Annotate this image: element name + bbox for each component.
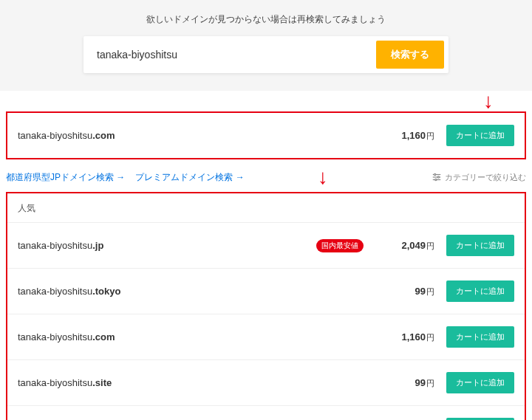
result-domain: tanaka-biyoshitsu.jp xyxy=(18,240,316,251)
prefecture-jp-search-link[interactable]: 都道府県型JPドメイン検索 → xyxy=(6,171,125,184)
filter-by-category[interactable]: カテゴリーで絞り込む xyxy=(432,172,526,183)
links-row: 都道府県型JPドメイン検索 → プレミアムドメイン検索 → ↓ カテゴリーで絞り… xyxy=(6,167,526,187)
result-domain: tanaka-biyoshitsu.site xyxy=(18,377,375,388)
result-price: 2,049円 xyxy=(375,240,434,252)
premium-domain-search-link[interactable]: プレミアムドメイン検索 → xyxy=(135,171,244,184)
result-price: 99円 xyxy=(375,286,434,297)
results-list: tanaka-biyoshitsu.jp国内最安値2,049円カートに追加tan… xyxy=(7,223,525,420)
arrow-annotation-top: ↓ xyxy=(0,91,532,111)
result-row: tanaka-biyoshitsu.site99円カートに追加 xyxy=(7,360,525,406)
svg-point-1 xyxy=(434,173,436,175)
featured-result-box: tanaka-biyoshitsu.com 1,160円 カートに追加 xyxy=(6,111,526,159)
arrow-down-icon: ↓ xyxy=(483,89,494,112)
featured-domain: tanaka-biyoshitsu.com xyxy=(18,130,375,141)
results-list-box: 人気 tanaka-biyoshitsu.jp国内最安値2,049円カートに追加… xyxy=(6,192,526,420)
popular-header: 人気 xyxy=(7,193,525,223)
result-row: tanaka-biyoshitsu.jp国内最安値2,049円カートに追加 xyxy=(7,223,525,269)
header-area: 欲しいドメインが見つからない場合は再検索してみましょう 検索する xyxy=(0,0,532,91)
featured-domain-tld: .com xyxy=(92,130,115,141)
result-price: 1,160円 xyxy=(375,331,434,343)
result-row: tanaka-biyoshitsu.com1,160円カートに追加 xyxy=(7,314,525,360)
svg-point-5 xyxy=(435,179,437,180)
result-row: tanaka-biyoshitsu.tokyo99円カートに追加 xyxy=(7,269,525,314)
cheapest-badge: 国内最安値 xyxy=(316,239,364,252)
featured-domain-base: tanaka-biyoshitsu xyxy=(18,130,92,141)
result-domain: tanaka-biyoshitsu.tokyo xyxy=(18,286,375,297)
arrow-down-icon: ↓ xyxy=(318,167,328,187)
result-row: tanaka-biyoshitsu.net799円カートに追加 xyxy=(7,406,525,420)
search-box: 検索する xyxy=(83,36,449,73)
featured-row: tanaka-biyoshitsu.com 1,160円 カートに追加 xyxy=(7,113,525,158)
add-to-cart-button[interactable]: カートに追加 xyxy=(446,235,514,256)
add-to-cart-button[interactable]: カートに追加 xyxy=(446,372,514,393)
add-to-cart-button[interactable]: カートに追加 xyxy=(446,326,514,348)
featured-price: 1,160円 xyxy=(375,130,434,142)
add-to-cart-button[interactable]: カートに追加 xyxy=(446,125,514,146)
svg-point-3 xyxy=(437,176,439,178)
filter-icon xyxy=(432,172,442,182)
search-button[interactable]: 検索する xyxy=(376,41,444,69)
header-message: 欲しいドメインが見つからない場合は再検索してみましょう xyxy=(0,13,532,26)
add-to-cart-button[interactable]: カートに追加 xyxy=(446,280,514,302)
result-domain: tanaka-biyoshitsu.com xyxy=(18,331,375,342)
search-input[interactable] xyxy=(88,41,376,68)
result-price: 99円 xyxy=(375,377,434,389)
